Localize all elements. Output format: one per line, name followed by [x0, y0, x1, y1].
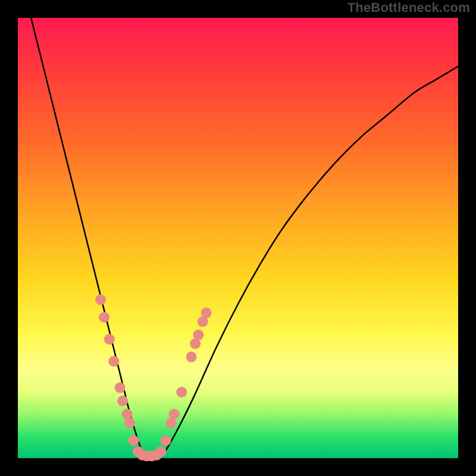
data-point-marker — [169, 409, 180, 419]
data-point-marker — [176, 387, 187, 397]
data-point-marker — [156, 446, 167, 457]
data-point-marker — [95, 295, 106, 305]
data-point-marker — [161, 435, 171, 446]
data-point-marker — [115, 383, 126, 393]
data-point-marker — [104, 334, 115, 345]
data-point-marker — [99, 312, 109, 322]
data-point-marker — [108, 356, 119, 367]
data-point-marker — [124, 418, 135, 428]
plot-area — [18, 18, 458, 458]
data-point-marker — [117, 396, 128, 406]
chart-frame: TheBottleneck.com — [0, 0, 476, 476]
data-point-marker — [186, 352, 197, 362]
data-point-marker — [129, 435, 139, 446]
data-point-marker — [193, 330, 203, 340]
data-point-marker — [201, 308, 212, 318]
bottleneck-curve — [18, 18, 458, 458]
watermark-text: TheBottleneck.com — [347, 0, 470, 15]
